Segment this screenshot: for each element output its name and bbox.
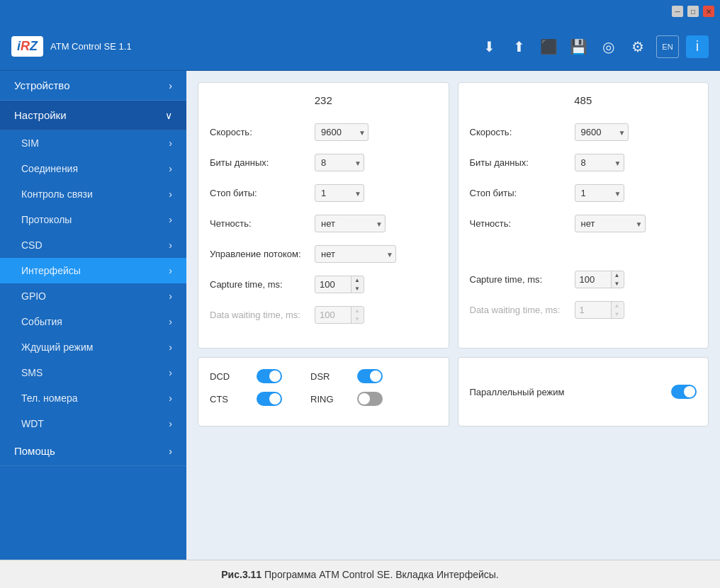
sidebar-item-help-label: Помощь: [14, 445, 55, 457]
485-stopbits-label: Стоп биты:: [470, 188, 569, 198]
panel-485: 485 Скорость: 9600192003840057600115200 …: [458, 82, 709, 349]
sidebar-item-events[interactable]: События ›: [0, 309, 186, 334]
sidebar-item-control[interactable]: Контроль связи ›: [0, 181, 186, 207]
232-stopbits-select[interactable]: 12: [315, 184, 364, 202]
sidebar-item-gpio[interactable]: GPIO ›: [0, 283, 186, 309]
sidebar-item-settings-chevron: ∨: [165, 110, 172, 121]
cts-knob: [269, 393, 281, 405]
sidebar-item-control-chevron: ›: [169, 188, 172, 200]
485-stopbits-select[interactable]: 12: [575, 184, 624, 202]
title-bar: ─ □ ✕: [0, 0, 720, 23]
485-waittime-spinbox-btns: ▲ ▼: [611, 302, 623, 318]
export-icon[interactable]: ⬛: [537, 35, 560, 58]
sidebar-item-phone[interactable]: Тел. номера ›: [0, 385, 186, 411]
settings2-icon[interactable]: ◎: [597, 35, 619, 58]
232-capturetime-up[interactable]: ▲: [351, 276, 363, 285]
bottom-panel-left: DCD DSR CTS RING: [198, 357, 449, 426]
sidebar-item-interfaces[interactable]: Интерфейсы ›: [0, 258, 186, 283]
232-waittime-label: Data waiting time, ms:: [210, 310, 309, 320]
content-area: 232 Скорость: 9600192003840057600115200 …: [186, 71, 720, 560]
485-databits-select-wrapper: 87 ▼: [575, 154, 624, 171]
sidebar-item-connections[interactable]: Соединения ›: [0, 156, 186, 181]
panel-232: 232 Скорость: 9600192003840057600115200 …: [198, 82, 449, 349]
gear-icon[interactable]: ⚙: [626, 35, 649, 58]
ring-toggle[interactable]: [357, 392, 383, 406]
close-button[interactable]: ✕: [703, 6, 714, 17]
maximize-button[interactable]: □: [687, 6, 699, 17]
sidebar-item-events-chevron: ›: [169, 316, 172, 327]
232-parity-select[interactable]: нетчётностьнечётность: [315, 215, 386, 232]
app-header: iRZ ATM Control SE 1.1 ⬇ ⬆ ⬛ 💾 ◎ ⚙ EN i: [0, 23, 720, 71]
485-speed-select-wrapper: 9600192003840057600115200 ▼: [575, 123, 629, 141]
upload-icon[interactable]: ⬆: [507, 35, 530, 58]
dsr-toggle[interactable]: [357, 369, 383, 383]
sidebar-item-sms-chevron: ›: [169, 367, 172, 378]
485-capturetime-down[interactable]: ▼: [612, 280, 623, 288]
dcd-knob: [269, 371, 281, 382]
parallel-label: Параллельный режим: [470, 387, 569, 397]
save-icon[interactable]: 💾: [567, 35, 590, 58]
232-flowcontrol-label: Управление потоком:: [210, 249, 309, 259]
dcd-toggle[interactable]: [257, 369, 282, 383]
232-capturetime-input[interactable]: [315, 276, 351, 293]
232-parity-select-wrapper: нетчётностьнечётность ▼: [315, 215, 386, 232]
minimize-button[interactable]: ─: [672, 6, 683, 17]
logo-box: iRZ: [11, 36, 43, 57]
bottom-panel-right: Параллельный режим: [458, 357, 709, 426]
cts-toggle[interactable]: [257, 392, 282, 406]
232-stopbits-row: Стоп биты: 12 ▼: [210, 184, 437, 202]
232-capturetime-label: Capture time, ms:: [210, 279, 309, 290]
sidebar-item-device-label: Устройство: [14, 79, 69, 91]
parallel-toggle[interactable]: [671, 385, 697, 399]
485-waittime-row: Data waiting time, ms: ▲ ▼: [470, 301, 697, 319]
sidebar-item-sms[interactable]: SMS ›: [0, 360, 186, 385]
232-speed-select[interactable]: 9600192003840057600115200: [315, 123, 369, 141]
sidebar-item-settings[interactable]: Настройки ∨: [0, 101, 186, 130]
485-speed-select[interactable]: 9600192003840057600115200: [575, 123, 629, 141]
sidebar-item-csd[interactable]: CSD ›: [0, 232, 186, 258]
232-databits-select[interactable]: 87: [315, 154, 364, 171]
caption-bold: Рис.3.11: [221, 569, 261, 580]
download-icon[interactable]: ⬇: [478, 35, 500, 58]
232-parity-label: Четность:: [210, 218, 309, 229]
main-layout: Устройство › Настройки ∨ SIM › Соединени…: [0, 71, 720, 560]
parallel-knob: [684, 386, 695, 397]
sidebar-item-sim[interactable]: SIM ›: [0, 130, 186, 156]
panels-row-top: 232 Скорость: 9600192003840057600115200 …: [198, 82, 709, 349]
232-flowcontrol-select[interactable]: нетаппаратныйпрограммный: [315, 245, 396, 263]
485-capturetime-row: Capture time, ms: ▲ ▼: [470, 271, 697, 288]
232-speed-row: Скорость: 9600192003840057600115200 ▼: [210, 123, 437, 141]
caption-bar: Рис.3.11 Программа ATM Control SE. Вклад…: [0, 560, 720, 588]
sidebar-item-wdt[interactable]: WDT ›: [0, 411, 186, 436]
dsr-label: DSR: [310, 371, 346, 382]
sidebar-item-sleep[interactable]: Ждущий режим ›: [0, 334, 186, 360]
sidebar-item-device-chevron: ›: [169, 80, 172, 91]
sidebar-item-device[interactable]: Устройство ›: [0, 71, 186, 101]
485-capturetime-up[interactable]: ▲: [612, 271, 623, 280]
app-logo: iRZ ATM Control SE 1.1: [11, 36, 478, 57]
sidebar-item-protocols-chevron: ›: [169, 214, 172, 225]
cts-label: CTS: [210, 394, 245, 405]
toggle-row-2: CTS RING: [210, 392, 437, 406]
lang-icon[interactable]: EN: [656, 35, 679, 58]
485-parity-label: Четность:: [470, 218, 569, 229]
232-flowcontrol-row: Управление потоком: нетаппаратныйпрограм…: [210, 245, 437, 263]
sidebar-item-sms-label: SMS: [21, 367, 43, 378]
485-parity-select[interactable]: нетчётностьнечётность: [575, 215, 646, 232]
485-capturetime-label: Capture time, ms:: [470, 274, 569, 285]
sidebar-item-help[interactable]: Помощь ›: [0, 436, 186, 466]
485-databits-row: Биты данных: 87 ▼: [470, 154, 697, 171]
sidebar: Устройство › Настройки ∨ SIM › Соединени…: [0, 71, 186, 560]
sidebar-item-protocols[interactable]: Протоколы ›: [0, 207, 186, 232]
sidebar-item-gpio-chevron: ›: [169, 290, 172, 302]
485-parity-select-wrapper: нетчётностьнечётность ▼: [575, 215, 646, 232]
header-icons: ⬇ ⬆ ⬛ 💾 ◎ ⚙ EN i: [478, 35, 709, 58]
485-waittime-input: [575, 302, 611, 318]
485-waittime-label: Data waiting time, ms:: [470, 305, 569, 315]
485-waittime-down: ▼: [612, 310, 623, 319]
sidebar-item-control-label: Контроль связи: [21, 188, 93, 200]
info-icon[interactable]: i: [686, 35, 709, 58]
485-databits-select[interactable]: 87: [575, 154, 624, 171]
232-capturetime-down[interactable]: ▼: [351, 285, 363, 293]
485-capturetime-input[interactable]: [575, 271, 611, 288]
